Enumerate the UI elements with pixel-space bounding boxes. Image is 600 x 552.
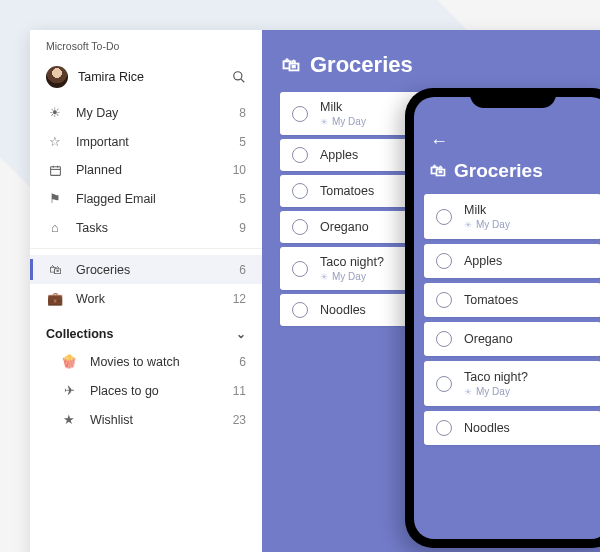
sidebar-item-label: Places to go	[90, 384, 233, 398]
complete-circle-icon[interactable]	[436, 292, 452, 308]
avatar	[46, 66, 68, 88]
user-lists: 🛍 Groceries 6 💼 Work 12	[30, 248, 262, 319]
complete-circle-icon[interactable]	[436, 331, 452, 347]
shopping-bag-icon: 🛍	[282, 55, 300, 76]
task-row[interactable]: Apples	[424, 244, 600, 278]
complete-circle-icon[interactable]	[436, 253, 452, 269]
popcorn-icon: 🍿	[60, 354, 78, 369]
complete-circle-icon[interactable]	[292, 302, 308, 318]
task-label: Taco night?	[320, 255, 384, 269]
sidebar-item-flagged[interactable]: ⚑ Flagged Email 5	[30, 184, 262, 213]
sidebar-item-wishlist[interactable]: ★ Wishlist 23	[30, 405, 262, 434]
task-label: Milk	[464, 203, 510, 217]
sidebar-item-count: 23	[233, 413, 246, 427]
phone-list-title: Groceries	[454, 160, 543, 182]
sidebar-item-label: Groceries	[76, 263, 239, 277]
sidebar-item-label: Movies to watch	[90, 355, 239, 369]
complete-circle-icon[interactable]	[292, 147, 308, 163]
phone-list-title-row: 🛍 Groceries	[414, 154, 600, 194]
task-row[interactable]: Tomatoes	[424, 283, 600, 317]
sidebar-item-label: My Day	[76, 106, 239, 120]
sidebar-item-my-day[interactable]: ☀ My Day 8	[30, 98, 262, 127]
complete-circle-icon[interactable]	[292, 261, 308, 277]
sidebar-item-tasks[interactable]: ⌂ Tasks 9	[30, 213, 262, 242]
home-icon: ⌂	[46, 220, 64, 235]
task-row[interactable]: Taco night? My Day	[424, 361, 600, 406]
task-tag: My Day	[320, 116, 366, 127]
sidebar-item-count: 12	[233, 292, 246, 306]
complete-circle-icon[interactable]	[292, 106, 308, 122]
task-tag: My Day	[464, 219, 510, 230]
sidebar-item-label: Work	[76, 292, 233, 306]
sidebar-item-label: Important	[76, 135, 239, 149]
svg-line-1	[241, 79, 244, 82]
task-tag: My Day	[320, 271, 384, 282]
sidebar-item-label: Tasks	[76, 221, 239, 235]
sidebar: Microsoft To-Do Tamira Rice ☀ My Day 8 ☆…	[30, 30, 262, 552]
shopping-bag-icon: 🛍	[430, 162, 446, 180]
task-label: Tomatoes	[464, 293, 518, 307]
sidebar-item-count: 10	[233, 163, 246, 177]
task-label: Noodles	[464, 421, 510, 435]
sidebar-item-count: 6	[239, 355, 246, 369]
task-label: Tomatoes	[320, 184, 374, 198]
sidebar-item-work[interactable]: 💼 Work 12	[30, 284, 262, 313]
sidebar-item-groceries[interactable]: 🛍 Groceries 6	[30, 255, 262, 284]
sidebar-item-label: Planned	[76, 163, 233, 177]
task-label: Oregano	[464, 332, 513, 346]
briefcase-icon: 💼	[46, 291, 64, 306]
complete-circle-icon[interactable]	[292, 183, 308, 199]
sidebar-item-label: Flagged Email	[76, 192, 239, 206]
phone-toolbar: ←	[414, 131, 600, 154]
star-icon: ☆	[46, 134, 64, 149]
sidebar-item-count: 9	[239, 221, 246, 235]
task-label: Oregano	[320, 220, 369, 234]
flag-icon: ⚑	[46, 191, 64, 206]
phone-screen: ← 🛍 Groceries Milk My Day Apples Tomatoe…	[414, 97, 600, 539]
back-arrow-icon[interactable]: ←	[430, 131, 448, 152]
complete-circle-icon[interactable]	[436, 376, 452, 392]
phone-frame: ← 🛍 Groceries Milk My Day Apples Tomatoe…	[405, 88, 600, 548]
sidebar-item-places[interactable]: ✈ Places to go 11	[30, 376, 262, 405]
sidebar-item-count: 5	[239, 192, 246, 206]
smart-lists: ☀ My Day 8 ☆ Important 5 Planned 10 ⚑ Fl…	[30, 96, 262, 248]
shopping-bag-icon: 🛍	[46, 262, 64, 277]
collections-header[interactable]: Collections ⌄	[30, 319, 262, 345]
task-tag: My Day	[464, 386, 528, 397]
sidebar-item-count: 5	[239, 135, 246, 149]
complete-circle-icon[interactable]	[292, 219, 308, 235]
sun-icon: ☀	[46, 105, 64, 120]
phone-task-list: Milk My Day Apples Tomatoes Oregano Taco…	[414, 194, 600, 445]
sidebar-item-planned[interactable]: Planned 10	[30, 156, 262, 184]
task-row[interactable]: Oregano	[424, 322, 600, 356]
task-row[interactable]: Milk My Day	[424, 194, 600, 239]
calendar-icon	[46, 164, 64, 177]
svg-rect-2	[50, 166, 60, 175]
list-title: Groceries	[310, 52, 413, 78]
airplane-icon: ✈	[60, 383, 78, 398]
list-title-row: 🛍 Groceries	[282, 52, 600, 78]
user-name: Tamira Rice	[78, 70, 232, 84]
search-icon[interactable]	[232, 70, 246, 84]
sidebar-item-count: 8	[239, 106, 246, 120]
sidebar-item-movies[interactable]: 🍿 Movies to watch 6	[30, 347, 262, 376]
task-label: Noodles	[320, 303, 366, 317]
sidebar-item-label: Wishlist	[90, 413, 233, 427]
sidebar-item-important[interactable]: ☆ Important 5	[30, 127, 262, 156]
complete-circle-icon[interactable]	[436, 209, 452, 225]
app-title: Microsoft To-Do	[30, 30, 262, 58]
complete-circle-icon[interactable]	[436, 420, 452, 436]
task-label: Taco night?	[464, 370, 528, 384]
task-label: Milk	[320, 100, 366, 114]
sidebar-item-count: 11	[233, 384, 246, 398]
collections-header-label: Collections	[46, 327, 113, 341]
svg-point-0	[234, 72, 242, 80]
collections-list: 🍿 Movies to watch 6 ✈ Places to go 11 ★ …	[30, 345, 262, 440]
account-row[interactable]: Tamira Rice	[30, 58, 262, 96]
star-icon: ★	[60, 412, 78, 427]
task-label: Apples	[464, 254, 502, 268]
sidebar-item-count: 6	[239, 263, 246, 277]
chevron-down-icon: ⌄	[236, 327, 246, 341]
task-row[interactable]: Noodles	[424, 411, 600, 445]
task-label: Apples	[320, 148, 358, 162]
